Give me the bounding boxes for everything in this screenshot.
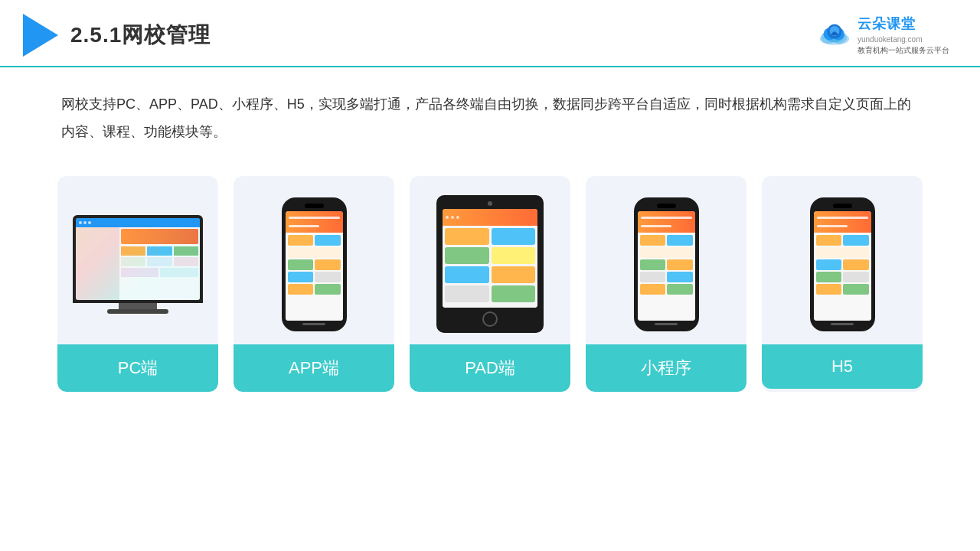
card-h5-label: H5: [762, 344, 923, 389]
page-title: 2.5.1网校管理: [70, 21, 211, 50]
header: 2.5.1网校管理 云朵课堂 yunduoketang.com 教育机构一站式服…: [0, 0, 980, 67]
card-h5-image: [762, 176, 923, 344]
card-pad-image: [410, 176, 570, 344]
brand-text: 云朵课堂 yunduoketang.com 教育机构一站式服务云平台: [858, 15, 949, 55]
card-miniprogram: 小程序: [586, 176, 746, 392]
brand-name: 云朵课堂: [858, 15, 949, 34]
card-app-label: APP端: [234, 344, 394, 392]
cloud-icon: [816, 23, 853, 47]
brand-logo: 云朵课堂 yunduoketang.com 教育机构一站式服务云平台: [816, 15, 949, 55]
logo-triangle-icon: [23, 14, 58, 57]
pad-mockup: [436, 195, 544, 333]
card-pc: PC端: [57, 176, 218, 392]
card-pc-label: PC端: [57, 344, 218, 392]
platform-cards: PC端: [0, 161, 980, 392]
phone-mockup-h5: [810, 197, 875, 331]
card-miniprogram-label: 小程序: [586, 344, 746, 392]
card-miniprogram-image: [586, 176, 746, 344]
card-pad-label: PAD端: [410, 344, 570, 392]
card-h5: H5: [762, 176, 923, 392]
description-paragraph: 网校支持PC、APP、PAD、小程序、H5，实现多端打通，产品各终端自由切换，数…: [61, 90, 919, 145]
brand-slogan: 教育机构一站式服务云平台: [858, 45, 949, 56]
brand-url: yunduoketang.com: [858, 34, 949, 45]
card-pc-image: [57, 176, 218, 344]
pc-mockup: [69, 215, 207, 314]
phone-mockup-app: [282, 197, 347, 331]
phone-mockup-mini: [634, 197, 699, 331]
description-text: 网校支持PC、APP、PAD、小程序、H5，实现多端打通，产品各终端自由切换，数…: [0, 67, 980, 161]
header-left: 2.5.1网校管理: [23, 14, 211, 57]
card-app: APP端: [234, 176, 394, 392]
card-app-image: [234, 176, 394, 344]
header-right: 云朵课堂 yunduoketang.com 教育机构一站式服务云平台: [816, 15, 949, 55]
card-pad: PAD端: [410, 176, 570, 392]
